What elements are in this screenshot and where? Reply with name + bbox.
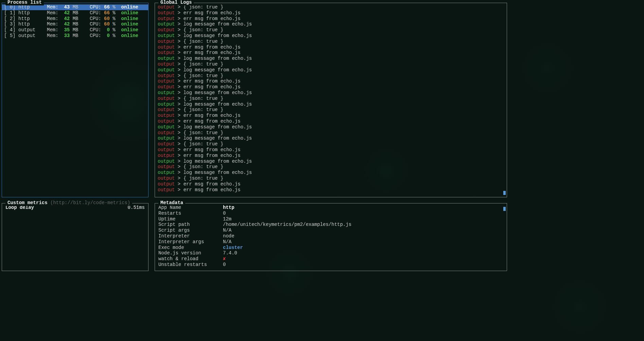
log-line: output > { json: true }: [158, 130, 504, 136]
metadata-label: Exec mode: [158, 245, 223, 251]
mem-label: Mem:: [47, 16, 61, 22]
log-message: log message from echo.js: [184, 67, 252, 73]
metadata-row: Exec modecluster: [158, 245, 503, 251]
mem-unit: MB: [70, 27, 90, 33]
metadata-title: Metadata: [158, 200, 185, 206]
log-separator: >: [175, 90, 183, 95]
global-logs-body[interactable]: output > { json: true }output > err msg …: [155, 3, 507, 194]
log-line: output > err msg from echo.js: [158, 10, 504, 16]
log-separator: >: [175, 187, 183, 193]
metadata-row: App Namehttp: [158, 205, 503, 211]
cpu-unit: %: [110, 33, 121, 39]
metadata-label: Unstable restarts: [158, 262, 223, 268]
log-message: log message from echo.js: [184, 159, 252, 164]
process-id: [ 5]: [4, 33, 18, 39]
process-id: [ 4]: [4, 27, 18, 33]
log-message: log message from echo.js: [184, 21, 252, 27]
log-message: err msg from echo.js: [184, 113, 241, 118]
mem-value: 33: [61, 33, 70, 39]
custom-metrics-title: Custom metrics (http://bit.ly/code-metri…: [5, 200, 132, 206]
cpu-value: 60: [104, 16, 110, 22]
log-line: output > { json: true }: [158, 73, 504, 79]
log-source: output: [158, 33, 175, 38]
log-line: output > log message from echo.js: [158, 90, 504, 96]
process-list-panel: Process list [ 0] http Mem: 43 MB CPU: 6…: [2, 3, 149, 197]
log-separator: >: [175, 33, 183, 38]
log-source: output: [158, 39, 175, 44]
log-separator: >: [175, 130, 183, 136]
log-source: output: [158, 170, 175, 175]
log-source: output: [158, 147, 175, 152]
metadata-label: watch & reload: [158, 256, 223, 262]
cpu-label: CPU:: [90, 10, 104, 16]
log-separator: >: [175, 107, 183, 112]
metadata-value: 0: [223, 211, 226, 216]
log-line: output > log message from echo.js: [158, 159, 504, 164]
mem-unit: MB: [70, 21, 90, 27]
metadata-value: N/A: [223, 239, 231, 245]
log-source: output: [158, 44, 175, 50]
log-source: output: [158, 107, 175, 112]
log-separator: >: [175, 84, 183, 90]
process-name: output: [18, 27, 47, 33]
process-row[interactable]: [ 3] http Mem: 42 MB CPU: 60 % online: [2, 21, 148, 27]
logs-scrollbar-thumb[interactable]: [503, 191, 506, 195]
metadata-row: Interpreter argsN/A: [158, 239, 503, 245]
log-message: log message from echo.js: [184, 170, 252, 175]
log-separator: >: [175, 102, 183, 107]
cpu-unit: %: [110, 4, 121, 10]
log-message: { json: true }: [184, 176, 224, 181]
log-separator: >: [175, 21, 183, 27]
mem-label: Mem:: [47, 4, 61, 10]
log-source: output: [158, 27, 175, 33]
log-source: output: [158, 73, 175, 78]
log-source: output: [158, 90, 175, 95]
log-line: output > log message from echo.js: [158, 136, 504, 141]
process-row[interactable]: [ 2] http Mem: 42 MB CPU: 60 % online: [2, 16, 148, 22]
cpu-label: CPU:: [90, 33, 104, 39]
log-message: err msg from echo.js: [184, 50, 241, 55]
log-separator: >: [175, 136, 183, 141]
log-message: { json: true }: [184, 164, 224, 169]
metadata-value: node: [223, 233, 234, 239]
log-separator: >: [175, 10, 183, 16]
log-line: output > err msg from echo.js: [158, 44, 504, 50]
log-separator: >: [175, 78, 183, 84]
log-separator: >: [175, 27, 183, 33]
mem-label: Mem:: [47, 33, 61, 39]
mem-value: 42: [61, 10, 70, 16]
process-row[interactable]: [ 1] http Mem: 42 MB CPU: 66 % online: [2, 10, 148, 16]
process-row[interactable]: [ 5] output Mem: 33 MB CPU: 0 % online: [2, 33, 148, 39]
cpu-label: CPU:: [90, 27, 104, 33]
process-status: online: [121, 10, 138, 16]
log-source: output: [158, 96, 175, 101]
log-source: output: [158, 84, 175, 90]
log-source: output: [158, 153, 175, 158]
process-row[interactable]: [ 4] output Mem: 35 MB CPU: 0 % online: [2, 27, 148, 33]
process-status: online: [121, 33, 138, 39]
log-message: err msg from echo.js: [184, 187, 241, 193]
mem-value: 43: [61, 4, 70, 10]
log-separator: >: [175, 50, 183, 55]
log-separator: >: [175, 119, 183, 124]
metadata-scrollbar-thumb[interactable]: [503, 207, 506, 211]
metadata-value: ✘: [223, 256, 226, 262]
log-separator: >: [175, 44, 183, 50]
log-message: log message from echo.js: [184, 33, 252, 38]
log-message: { json: true }: [184, 107, 224, 112]
custom-metrics-panel: Custom metrics (http://bit.ly/code-metri…: [2, 203, 149, 271]
log-line: output > log message from echo.js: [158, 56, 504, 61]
metadata-panel: Metadata App NamehttpRestarts0Uptime12mS…: [155, 203, 507, 271]
custom-metrics-title-text: Custom metrics: [7, 200, 48, 205]
log-separator: >: [175, 16, 183, 21]
log-separator: >: [175, 153, 183, 158]
log-line: output > err msg from echo.js: [158, 119, 504, 124]
process-list-body[interactable]: [ 0] http Mem: 43 MB CPU: 66 % online[ 1…: [2, 3, 148, 39]
metadata-row: Unstable restarts0: [158, 262, 503, 268]
log-source: output: [158, 181, 175, 187]
process-id: [ 1]: [4, 10, 18, 16]
metadata-label: Uptime: [158, 216, 223, 222]
log-message: err msg from echo.js: [184, 84, 241, 90]
log-message: err msg from echo.js: [184, 78, 241, 84]
metadata-label: Script args: [158, 228, 223, 233]
